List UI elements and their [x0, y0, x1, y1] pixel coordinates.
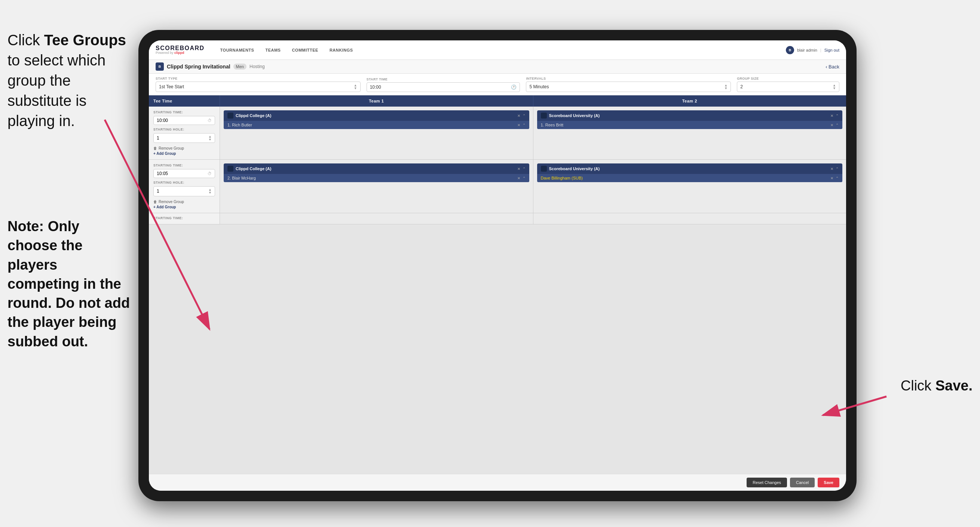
intervals-input[interactable]: 5 Minutes ▲▼ [526, 81, 731, 92]
group-row-2: STARTING TIME: 10:05 ⏱ STARTING HOLE: 1 … [149, 160, 846, 213]
team1-player1-2: 2. Blair McHarg [228, 176, 515, 180]
hosting-badge: Hosting [250, 64, 265, 69]
team2-player1-x-1[interactable]: ✕ [830, 123, 834, 127]
team1-card-1: Clippd College (A) ✕ ⌃ 1. Rich Butler ✕ … [224, 110, 529, 129]
starting-hole-label-1: STARTING HOLE: [153, 127, 215, 131]
remove-group-btn-2[interactable]: 🗑 Remove Group [153, 200, 215, 204]
nav-rankings[interactable]: RANKINGS [324, 46, 358, 55]
back-btn[interactable]: ‹ Back [826, 64, 839, 70]
team1-chevron-2[interactable]: ⌃ [523, 167, 525, 171]
team2-x-btn-1[interactable]: ✕ [830, 114, 834, 118]
remove-group-btn-1[interactable]: 🗑 Remove Group [153, 146, 215, 150]
th-tee-time: Tee Time [149, 96, 220, 107]
team1-chevron-1[interactable]: ⌃ [523, 114, 525, 118]
cancel-btn[interactable]: Cancel [790, 478, 815, 487]
team2-icon-2 [541, 166, 547, 172]
nav-teams[interactable]: TEAMS [260, 46, 286, 55]
team2-sub-chevron-2[interactable]: ⌃ [835, 176, 838, 180]
settings-row: Start Type 1st Tee Start ▲▼ Start Time 1… [149, 74, 846, 96]
team2-chevron-2[interactable]: ⌃ [835, 167, 838, 171]
team2-column-1: Scoreboard University (A) ✕ ⌃ 1. Rees Br… [533, 107, 846, 159]
start-type-input[interactable]: 1st Tee Start ▲▼ [156, 81, 361, 92]
tee-column-1: STARTING TIME: 10:00 ⏱ STARTING HOLE: 1 … [149, 107, 220, 159]
team1-x-btn-1[interactable]: ✕ [517, 114, 520, 118]
reset-changes-btn[interactable]: Reset Changes [746, 478, 787, 487]
team2-player1-chevron-1[interactable]: ⌃ [835, 123, 838, 127]
group-size-input[interactable]: 2 ▲▼ [737, 81, 839, 92]
starting-time-label-2: STARTING TIME: [153, 164, 215, 167]
sub-icon: B [156, 62, 164, 71]
sub-header: B Clippd Spring Invitational Men Hosting… [149, 60, 846, 74]
team2-player1-1: 1. Rees Britt [541, 123, 829, 127]
avatar: B [786, 46, 794, 54]
starting-time-input-1[interactable]: 10:00 ⏱ [153, 116, 215, 125]
team2-name-2: Scoreboard University (A) [549, 166, 829, 171]
teams-area-2: Clippd College (A) ✕ ⌃ 2. Blair McHarg ✕… [220, 160, 846, 212]
nav-right: B blair admin | Sign out [786, 46, 839, 54]
tablet-screen: SCOREBOARD Powered by clippd TOURNAMENTS… [149, 40, 846, 491]
starting-hole-input-1[interactable]: 1 ▲▼ [153, 133, 215, 143]
logo-powered: Powered by clippd [156, 51, 205, 55]
group-size-label: Group Size [737, 77, 839, 80]
start-type-label: Start Type [156, 77, 361, 80]
starting-hole-input-2[interactable]: 1 ▲▼ [153, 186, 215, 196]
team2-player-sub-2: Dave Billingham (SUB) [541, 176, 829, 180]
table-header: Tee Time Team 1 Team 2 [149, 96, 846, 107]
team1-player1-chevron-2[interactable]: ⌃ [523, 176, 525, 180]
intervals-label: Intervals [526, 77, 731, 80]
main-content[interactable]: STARTING TIME: 10:00 ⏱ STARTING HOLE: 1 … [149, 107, 846, 474]
team1-card-2: Clippd College (A) ✕ ⌃ 2. Blair McHarg ✕… [224, 164, 529, 182]
team2-x-btn-2[interactable]: ✕ [830, 167, 834, 171]
sign-out-link[interactable]: Sign out [824, 48, 839, 53]
starting-time-label-1: STARTING TIME: [153, 110, 215, 114]
tablet-device: SCOREBOARD Powered by clippd TOURNAMENTS… [138, 30, 857, 501]
team1-player1-x-2[interactable]: ✕ [517, 176, 520, 180]
pipe: | [820, 48, 821, 53]
group-row-3-partial: STARTING TIME: [149, 213, 846, 224]
th-team1: Team 1 [220, 96, 533, 107]
sub-title: Clippd Spring Invitational [167, 64, 231, 70]
logo-scoreboard: SCOREBOARD [156, 45, 205, 52]
team2-column-2: Scoreboard University (A) ✕ ⌃ Dave Billi… [533, 160, 846, 212]
nav-tournaments[interactable]: TOURNAMENTS [215, 46, 259, 55]
team2-name-1: Scoreboard University (A) [549, 113, 829, 118]
nav-committee[interactable]: COMMITTEE [286, 46, 323, 55]
team2-icon-1 [541, 113, 547, 119]
tee-column-2: STARTING TIME: 10:05 ⏱ STARTING HOLE: 1 … [149, 160, 220, 212]
th-team2: Team 2 [533, 96, 846, 107]
username: blair admin [797, 48, 817, 53]
instruction-note: Note: Only choose the players competing … [8, 217, 131, 351]
add-group-btn-1[interactable]: + Add Group [153, 151, 215, 156]
save-btn[interactable]: Save [818, 478, 839, 487]
sub-header-left: B Clippd Spring Invitational Men Hosting [156, 62, 265, 71]
start-time-group: Start Time 10:00 🕐 [367, 77, 520, 92]
team1-column-2: Clippd College (A) ✕ ⌃ 2. Blair McHarg ✕… [220, 160, 533, 212]
player1-x-1[interactable]: ✕ [517, 123, 520, 127]
team1-icon-1 [228, 113, 234, 119]
team1-x-btn-2[interactable]: ✕ [517, 167, 520, 171]
sub-badge: Men [234, 64, 247, 70]
team1-name-2: Clippd College (A) [235, 166, 515, 171]
nav-items: TOURNAMENTS TEAMS COMMITTEE RANKINGS [215, 46, 786, 55]
player1-chevron-1[interactable]: ⌃ [523, 123, 525, 127]
footer-bar: Reset Changes Cancel Save [149, 474, 846, 491]
logo-area: SCOREBOARD Powered by clippd [156, 45, 205, 55]
instruction-text: Click Tee Groups to select which group t… [8, 30, 131, 131]
team2-sub-x-2[interactable]: ✕ [830, 176, 834, 180]
team2-card-2: Scoreboard University (A) ✕ ⌃ Dave Billi… [537, 164, 843, 182]
start-type-group: Start Type 1st Tee Start ▲▼ [156, 77, 361, 92]
team2-chevron-1[interactable]: ⌃ [835, 114, 838, 118]
team1-name-1: Clippd College (A) [235, 113, 515, 118]
team1-player1-1: 1. Rich Butler [228, 123, 515, 127]
click-save-label: Click Save. [901, 378, 972, 394]
starting-hole-label-2: STARTING HOLE: [153, 181, 215, 185]
start-time-label: Start Time [367, 77, 520, 81]
intervals-group: Intervals 5 Minutes ▲▼ [526, 77, 731, 92]
team1-icon-2 [228, 166, 234, 172]
start-time-input[interactable]: 10:00 🕐 [367, 82, 520, 92]
top-nav: SCOREBOARD Powered by clippd TOURNAMENTS… [149, 40, 846, 60]
starting-time-input-2[interactable]: 10:05 ⏱ [153, 169, 215, 178]
teams-area-1: Clippd College (A) ✕ ⌃ 1. Rich Butler ✕ … [220, 107, 846, 159]
add-group-btn-2[interactable]: + Add Group [153, 205, 215, 209]
team1-column-1: Clippd College (A) ✕ ⌃ 1. Rich Butler ✕ … [220, 107, 533, 159]
